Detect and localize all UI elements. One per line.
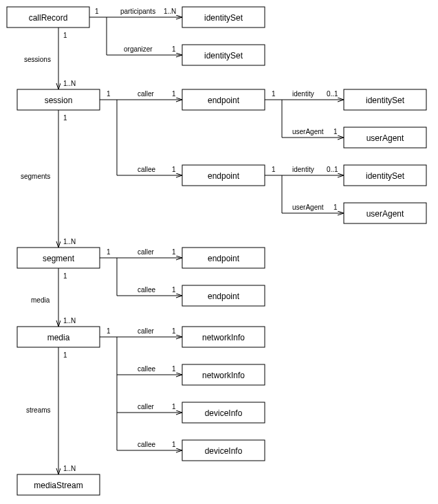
mult-media-bottom: 1..N (63, 317, 76, 325)
rel-media-netinfo-caller-label: caller (138, 327, 155, 335)
entity-identityset-participants-label: identitySet (204, 13, 243, 23)
rel-ep-callee-useragent-label: userAgent (292, 204, 324, 211)
entity-deviceinfo-callee-label: deviceInfo (205, 446, 243, 456)
mult-sessions-top: 1 (63, 32, 67, 39)
mult-streams-top: 1 (63, 351, 67, 359)
entity-endpoint-segment-callee-label: endpoint (208, 292, 240, 301)
entity-useragent-caller-label: userAgent (366, 133, 404, 143)
mult-media-devinfo-callee-right: 1 (172, 441, 176, 448)
rel-ep-callee-identity-label: identity (292, 166, 314, 173)
mult-ep-caller-identity-right: 0..1 (327, 90, 338, 98)
entity-deviceinfo-caller-label: deviceInfo (205, 408, 243, 418)
entity-endpoint-segment-caller-label: endpoint (208, 254, 240, 263)
rel-media-devinfo-callee-label: callee (138, 441, 156, 448)
rel-session-callee-label: callee (138, 166, 156, 173)
mult-media-netinfo-caller-right: 1 (172, 327, 176, 335)
rel-participants-label: participants (120, 8, 155, 15)
entity-mediastream-label: mediaStream (34, 481, 83, 490)
mult-media-netinfo-callee-right: 1 (172, 365, 176, 373)
mult-segment-caller-left: 1 (107, 248, 111, 256)
mult-ep-callee-identity-left: 1 (272, 166, 276, 173)
mult-organizer-right: 1 (172, 45, 176, 53)
mult-participants-left: 1 (95, 8, 99, 15)
entity-useragent-callee-label: userAgent (366, 209, 404, 219)
mult-segment-callee-right: 1 (172, 286, 176, 294)
rel-session-caller-label: caller (138, 90, 155, 98)
rel-media-netinfo-callee-label: callee (138, 365, 156, 373)
mult-streams-bottom: 1..N (63, 465, 76, 472)
er-diagram: callRecord identitySet identitySet 1 par… (0, 0, 438, 504)
rel-streams-label: streams (26, 406, 51, 414)
mult-ep-callee-identity-right: 0..1 (327, 166, 338, 173)
mult-media-devinfo-caller-right: 1 (172, 403, 176, 410)
entity-networkinfo-caller-label: networkInfo (202, 333, 245, 342)
entity-media-label: media (47, 333, 70, 342)
entity-identityset-organizer-label: identitySet (204, 51, 243, 61)
mult-session-caller-left: 1 (107, 90, 111, 98)
rel-media-label: media (31, 296, 50, 304)
mult-segments-top: 1 (63, 114, 67, 122)
mult-segments-bottom: 1..N (63, 238, 76, 245)
mult-participants-right: 1..N (164, 8, 176, 15)
rel-ep-caller-useragent-label: userAgent (292, 128, 324, 135)
rel-segment-callee-label: callee (138, 286, 156, 294)
mult-segment-caller-right: 1 (172, 248, 176, 256)
mult-sessions-bottom: 1..N (63, 80, 76, 87)
mult-session-callee-right: 1 (172, 166, 176, 173)
rel-segment-caller-label: caller (138, 248, 155, 256)
mult-ep-callee-useragent-right: 1 (333, 204, 338, 211)
rel-session-callee (117, 100, 182, 175)
rel-sessions-label: sessions (24, 56, 51, 63)
entity-endpoint-session-callee-label: endpoint (208, 171, 240, 181)
rel-media-devinfo-caller-label: caller (138, 403, 155, 410)
entity-identityset-caller-label: identitySet (366, 96, 405, 105)
rel-ep-caller-identity-label: identity (292, 90, 314, 98)
entity-endpoint-session-caller-label: endpoint (208, 96, 240, 105)
entity-callrecord-label: callRecord (29, 13, 68, 23)
entity-identityset-callee-label: identitySet (366, 171, 405, 181)
mult-ep-caller-useragent-right: 1 (333, 128, 338, 135)
entity-networkinfo-callee-label: networkInfo (202, 371, 245, 380)
mult-media-top: 1 (63, 272, 67, 280)
mult-ep-caller-identity-left: 1 (272, 90, 276, 98)
mult-session-caller-right: 1 (172, 90, 176, 98)
rel-organizer-label: organizer (124, 45, 153, 53)
entity-segment-label: segment (43, 254, 75, 263)
rel-segments-label: segments (21, 173, 50, 180)
mult-media-netinfo-caller-left: 1 (107, 327, 111, 335)
entity-session-label: session (45, 96, 73, 105)
